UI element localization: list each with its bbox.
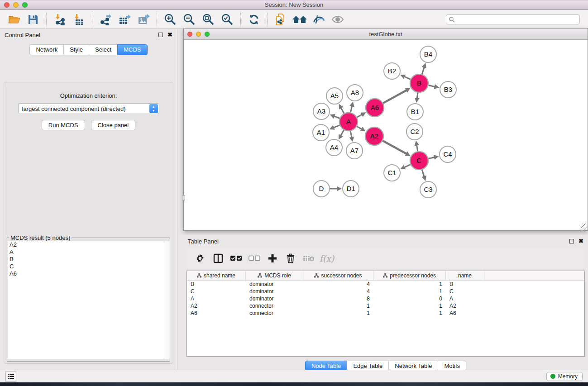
- graph-edge-B-B4[interactable]: [422, 67, 424, 74]
- tab-network[interactable]: Network: [29, 44, 64, 55]
- graph-edge-A6-B[interactable]: [383, 90, 406, 103]
- delete-icon[interactable]: [282, 251, 300, 266]
- graph-node-A2[interactable]: A2: [365, 127, 383, 145]
- home-icon[interactable]: [292, 12, 307, 27]
- table-row[interactable]: A2connector11A2: [187, 302, 584, 310]
- graph-edge-B-B3[interactable]: [429, 85, 435, 86]
- graph-edge-C-C1[interactable]: [404, 165, 410, 167]
- close-table-panel-icon[interactable]: ✖: [578, 239, 583, 243]
- graph-edge-A-A1[interactable]: [333, 125, 339, 128]
- gear-icon[interactable]: [191, 251, 209, 266]
- graph-node-B1[interactable]: B1: [407, 104, 423, 120]
- graph-edge-C-C2[interactable]: [416, 145, 417, 152]
- graph-node-A7[interactable]: A7: [346, 143, 363, 159]
- graph-edge-A-A3[interactable]: [334, 116, 339, 118]
- open-file-icon[interactable]: [6, 12, 22, 27]
- graph-edge-A-A4[interactable]: [340, 130, 344, 136]
- graph-node-C[interactable]: C: [410, 152, 428, 170]
- graph-node-A6[interactable]: A6: [366, 99, 384, 117]
- zoom-fit-icon[interactable]: [201, 12, 216, 27]
- show-all-icon[interactable]: [330, 12, 345, 27]
- graph-node-C4[interactable]: C4: [440, 146, 456, 162]
- zoom-selected-icon[interactable]: [220, 12, 235, 27]
- tab-style[interactable]: Style: [63, 44, 89, 55]
- graph-node-C3[interactable]: C3: [420, 181, 436, 198]
- import-network-icon[interactable]: [52, 12, 67, 27]
- window-grip[interactable]: [182, 195, 185, 200]
- graph-node-B4[interactable]: B4: [420, 46, 436, 62]
- column-header-MCDS-role[interactable]: MCDS role: [246, 271, 303, 280]
- tab-select[interactable]: Select: [89, 44, 118, 55]
- function-builder-icon[interactable]: f(x): [318, 251, 336, 266]
- cell: 1: [373, 310, 446, 316]
- result-item[interactable]: C: [8, 263, 169, 270]
- column-header-shared-name[interactable]: shared name: [187, 271, 246, 280]
- result-item[interactable]: A2: [8, 241, 169, 248]
- graph-edge-C-C4[interactable]: [428, 157, 435, 158]
- column-header-name[interactable]: name: [446, 271, 484, 280]
- close-panel-button[interactable]: Close panel: [91, 120, 136, 130]
- deselect-all-icon[interactable]: [245, 251, 263, 266]
- result-item[interactable]: B: [8, 256, 169, 263]
- graph-node-A5[interactable]: A5: [326, 88, 343, 104]
- table-row[interactable]: Cdominator41C: [187, 288, 584, 295]
- network-window-titlebar[interactable]: testGlobe.txt: [184, 29, 588, 40]
- zoom-in-icon[interactable]: [163, 12, 178, 27]
- result-scrollbar[interactable]: [164, 241, 170, 359]
- graph-node-C2[interactable]: C2: [406, 124, 423, 140]
- columns-icon[interactable]: [209, 251, 227, 266]
- result-item[interactable]: A: [8, 248, 169, 256]
- graph-edge-A-A8[interactable]: [350, 105, 352, 112]
- graph-node-A[interactable]: A: [339, 113, 358, 131]
- close-panel-icon[interactable]: ✖: [167, 33, 172, 37]
- graph-node-B3[interactable]: B3: [440, 81, 456, 98]
- graph-edge-B-B1[interactable]: [417, 93, 418, 99]
- export-table-icon[interactable]: [117, 12, 132, 27]
- column-header-predecessor-nodes[interactable]: predecessor nodes: [373, 271, 446, 280]
- column-header-successor-nodes[interactable]: successor nodes: [303, 271, 373, 280]
- graph-edge-A-A6[interactable]: [357, 114, 363, 117]
- save-session-icon[interactable]: [25, 12, 41, 27]
- graph-node-D1[interactable]: D1: [343, 181, 359, 197]
- node-label: A8: [351, 89, 359, 96]
- table-row[interactable]: A6connector11A6: [187, 310, 584, 317]
- run-mcds-button[interactable]: Run MCDS: [42, 120, 85, 130]
- add-icon[interactable]: [263, 251, 282, 266]
- zoom-out-icon[interactable]: [182, 12, 197, 27]
- select-all-icon[interactable]: [227, 251, 245, 266]
- memory-button[interactable]: Memory: [546, 372, 583, 381]
- table-row[interactable]: Bdominator41B: [187, 281, 584, 288]
- search-input[interactable]: [446, 14, 580, 24]
- graph-edge-A2-C[interactable]: [382, 141, 406, 154]
- graph-edge-A-A7[interactable]: [350, 131, 352, 138]
- graph-node-A3[interactable]: A3: [313, 103, 330, 119]
- network-canvas[interactable]: B4B2BB3B1A5A8A6A3AA1C2A2A4A7C4CC1C3DD1: [184, 40, 588, 230]
- table-row[interactable]: Adominator80A: [187, 295, 584, 302]
- graph-node-A1[interactable]: A1: [313, 124, 329, 141]
- graph-edge-A-A5[interactable]: [341, 107, 344, 113]
- result-item[interactable]: A6: [8, 270, 169, 277]
- graph-node-A4[interactable]: A4: [326, 139, 342, 156]
- float-table-panel-icon[interactable]: [569, 239, 574, 243]
- graph-node-A8[interactable]: A8: [347, 85, 363, 101]
- import-table-icon[interactable]: [71, 12, 86, 27]
- float-panel-icon[interactable]: [158, 33, 163, 37]
- hide-selected-icon[interactable]: [311, 12, 326, 27]
- task-history-icon[interactable]: [5, 372, 16, 381]
- graph-node-B2[interactable]: B2: [384, 63, 400, 79]
- graph-edge-B-B2[interactable]: [404, 76, 410, 79]
- delete-table-icon[interactable]: [300, 251, 318, 266]
- graph-node-B[interactable]: B: [410, 74, 428, 92]
- refresh-icon[interactable]: [246, 12, 262, 27]
- export-image-icon[interactable]: [136, 12, 151, 27]
- graph-edge-A-A2[interactable]: [357, 126, 362, 129]
- node-label: D1: [346, 185, 355, 192]
- graph-node-C1[interactable]: C1: [384, 165, 400, 181]
- optimization-select[interactable]: largest connected component (directed) ▲…: [18, 103, 159, 114]
- graph-edge-C-C3[interactable]: [422, 170, 424, 177]
- clone-network-icon[interactable]: [273, 12, 288, 27]
- resize-grip-icon[interactable]: [581, 224, 587, 230]
- export-network-icon[interactable]: [98, 12, 113, 27]
- graph-node-D[interactable]: D: [313, 181, 330, 197]
- tab-mcds[interactable]: MCDS: [117, 44, 147, 55]
